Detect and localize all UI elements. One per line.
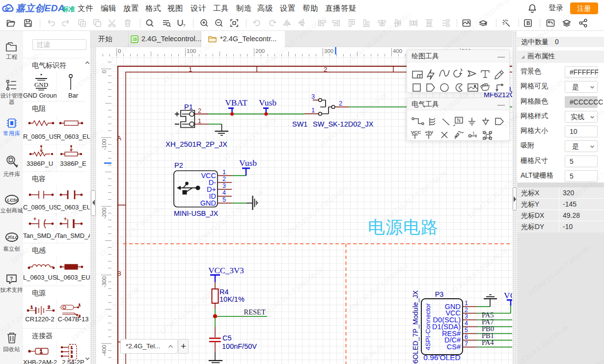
svg-text:10K/1%: 10K/1% — [220, 295, 245, 303]
svg-text:VCC_3V3: VCC_3V3 — [208, 266, 244, 275]
svg-text:?: ? — [183, 23, 186, 28]
svg-text:2: 2 — [71, 350, 73, 354]
svg-text:-300: -300 — [101, 276, 107, 287]
svg-text:SW1: SW1 — [292, 120, 307, 128]
svg-text:MINI-USB_JX: MINI-USB_JX — [174, 209, 219, 217]
svg-text:2: 2 — [465, 307, 468, 313]
svg-text:J©LC: J©LC — [7, 235, 19, 240]
svg-text:电源电路: 电源电路 — [368, 217, 439, 236]
svg-text:2: 2 — [48, 305, 50, 310]
svg-text:-400: -400 — [101, 345, 107, 356]
svg-text:1: 1 — [311, 106, 315, 114]
svg-text:P1: P1 — [184, 103, 193, 111]
svg-text:1: 1 — [189, 66, 192, 73]
svg-text:Vusb: Vusb — [239, 158, 257, 168]
svg-text:2: 2 — [339, 100, 342, 107]
svg-text:P3: P3 — [435, 290, 444, 298]
svg-text:C5: C5 — [222, 334, 232, 342]
svg-text:3: 3 — [222, 182, 226, 189]
svg-text:GND: GND — [34, 81, 48, 88]
svg-text:CS#: CS# — [447, 343, 461, 351]
svg-text:6: 6 — [465, 334, 468, 340]
svg-text:Vusb: Vusb — [259, 98, 276, 107]
svg-text:100: 100 — [187, 48, 196, 54]
svg-text:1: 1 — [465, 300, 468, 307]
svg-text:300: 300 — [324, 48, 333, 54]
svg-text:1: 1 — [71, 346, 73, 349]
svg-text:B: B — [526, 20, 530, 26]
svg-text:1: 1 — [79, 303, 81, 307]
svg-text:1: 1 — [222, 169, 226, 176]
svg-text:3: 3 — [465, 313, 468, 320]
svg-text:1: 1 — [198, 118, 201, 125]
svg-text:0: 0 — [118, 48, 121, 54]
svg-text:2: 2 — [222, 176, 226, 182]
svg-text:GND: GND — [200, 199, 216, 207]
svg-text:VCC: VCC — [411, 130, 421, 135]
svg-text:200: 200 — [255, 48, 265, 54]
svg-text:A: A — [117, 134, 121, 142]
svg-text:4: 4 — [465, 320, 468, 327]
svg-text:0.96OLED_7P_Module_JX: 0.96OLED_7P_Module_JX — [412, 290, 419, 364]
svg-text:VBAT: VBAT — [225, 98, 247, 107]
svg-text:1: 1 — [40, 349, 43, 354]
svg-text:5: 5 — [465, 327, 468, 334]
svg-text:-100: -100 — [101, 139, 107, 150]
svg-text:P2: P2 — [174, 161, 183, 169]
svg-text:R4: R4 — [220, 288, 229, 296]
svg-text:VCC: VCC — [504, 290, 512, 300]
svg-text:100nF/50V: 100nF/50V — [222, 342, 257, 350]
svg-text:PA4: PA4 — [482, 338, 494, 346]
svg-text:2: 2 — [324, 66, 328, 73]
svg-text:XH_2501R_2P_JX: XH_2501R_2P_JX — [165, 140, 227, 148]
svg-text:-200: -200 — [101, 208, 107, 219]
svg-text:N: N — [457, 118, 461, 123]
svg-text:B: B — [117, 270, 121, 277]
svg-text:4: 4 — [222, 189, 226, 196]
svg-text:3: 3 — [311, 93, 315, 100]
svg-text:+5V: +5V — [425, 130, 434, 135]
svg-text:2: 2 — [198, 107, 201, 114]
svg-text:7: 7 — [465, 340, 468, 347]
svg-text:0.96'OLED: 0.96'OLED — [423, 353, 460, 362]
svg-text:SW_SK-12D02_JX: SW_SK-12D02_JX — [313, 120, 374, 128]
svg-text:0: 0 — [101, 70, 107, 73]
svg-text:?: ? — [10, 276, 13, 282]
svg-text:1: 1 — [472, 130, 475, 135]
svg-text:3: 3 — [71, 355, 73, 358]
svg-text:LCSC: LCSC — [7, 198, 19, 203]
svg-text:RESET: RESET — [244, 308, 266, 316]
svg-text:4SPI-Connector: 4SPI-Connector — [424, 303, 432, 350]
svg-text:5: 5 — [222, 196, 226, 203]
svg-text:400: 400 — [393, 48, 402, 54]
svg-text:1: 1 — [30, 305, 33, 310]
